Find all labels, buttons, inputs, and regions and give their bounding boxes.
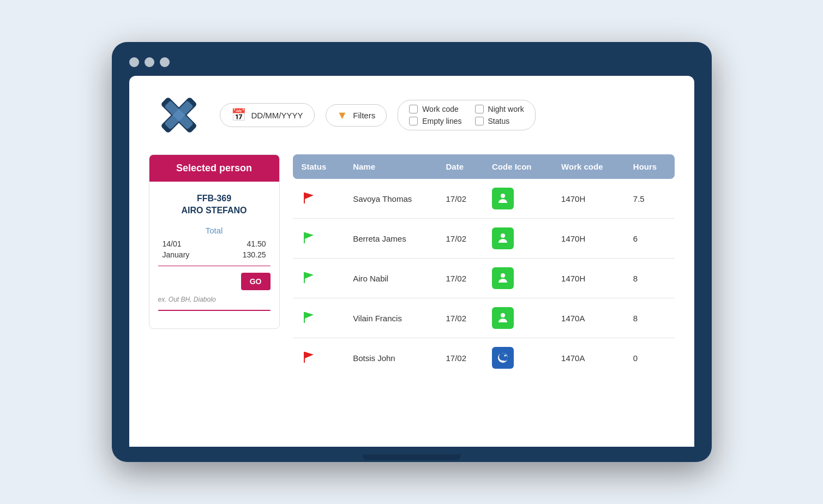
total-label-2: January — [163, 250, 190, 259]
filter-empty-lines[interactable]: Empty lines — [409, 117, 461, 125]
person-name: AIRO STEFANO — [158, 205, 271, 217]
person-icon — [492, 267, 514, 289]
cell-work-code: 1470A — [552, 338, 624, 377]
divider-1 — [158, 266, 271, 267]
table-row[interactable]: Berreta James17/021470H6 — [293, 219, 675, 259]
col-hours: Hours — [624, 154, 675, 179]
col-status: Status — [293, 154, 345, 179]
filter-status-label: Status — [488, 117, 510, 125]
hint-text: ex. Out BH, Diabolo — [158, 296, 271, 303]
person-icon — [492, 188, 514, 209]
filters-button[interactable]: ▼ Filters — [326, 104, 387, 127]
col-code-icon: Code Icon — [483, 154, 552, 179]
cell-work-code: 1470H — [552, 219, 624, 259]
filters-label: Filters — [353, 111, 375, 120]
cell-code-icon — [483, 338, 552, 377]
svg-point-11 — [501, 313, 505, 317]
total-value-1: 41.50 — [247, 239, 266, 248]
svg-point-7 — [501, 233, 505, 238]
selected-person-header: Selected person — [149, 155, 279, 182]
col-work-code: Work code — [552, 154, 624, 179]
svg-point-13 — [504, 355, 506, 357]
window-dot-1 — [129, 57, 139, 67]
cell-work-code: 1470H — [552, 179, 624, 219]
person-code: FFB-369 — [158, 193, 271, 205]
col-name: Name — [344, 154, 437, 179]
cell-name: Savoya Thomas — [344, 179, 437, 219]
filter-work-code[interactable]: Work code — [409, 105, 461, 113]
left-panel-body: FFB-369 AIRO STEFANO Total 14/01 41.50 J… — [149, 182, 279, 328]
svg-marker-8 — [304, 272, 314, 283]
filter-work-code-label: Work code — [422, 105, 459, 113]
filter-night-work[interactable]: Night work — [475, 105, 524, 113]
cell-hours: 7.5 — [624, 179, 675, 219]
cell-status — [293, 298, 345, 338]
go-row: GO — [158, 273, 271, 290]
svg-marker-6 — [304, 232, 314, 243]
total-label-1: 14/01 — [163, 239, 182, 248]
main-content: Selected person FFB-369 AIRO STEFANO Tot… — [149, 154, 675, 377]
cell-date: 17/02 — [437, 179, 483, 219]
window-dot-3 — [160, 57, 170, 67]
cell-date: 17/02 — [437, 338, 483, 377]
screen: 📅 DD/MM/YYYY ▼ Filters Work code Empty — [129, 76, 694, 447]
cell-status — [293, 179, 345, 219]
cell-work-code: 1470H — [552, 259, 624, 298]
laptop-base — [129, 447, 694, 462]
cell-work-code: 1470A — [552, 298, 624, 338]
cell-name: Airo Nabil — [344, 259, 437, 298]
total-value-2: 130.25 — [243, 250, 266, 259]
table-row[interactable]: Savoya Thomas17/021470H7.5 — [293, 179, 675, 219]
cell-hours: 6 — [624, 219, 675, 259]
table-row[interactable]: Botsis John17/021470A0 — [293, 338, 675, 377]
laptop-frame: 📅 DD/MM/YYYY ▼ Filters Work code Empty — [112, 42, 712, 462]
cell-status — [293, 259, 345, 298]
filter-options-panel: Work code Empty lines Night work Status — [398, 100, 536, 130]
totals-section: Total 14/01 41.50 January 130.25 — [158, 226, 271, 259]
person-icon — [492, 307, 514, 329]
cell-hours: 8 — [624, 298, 675, 338]
cell-code-icon — [483, 259, 552, 298]
table-row[interactable]: Airo Nabil17/021470H8 — [293, 259, 675, 298]
svg-marker-12 — [304, 352, 314, 363]
svg-marker-10 — [304, 312, 314, 323]
table-row[interactable]: Vilain Francis17/021470A8 — [293, 298, 675, 338]
totals-label: Total — [158, 226, 271, 235]
cell-name: Vilain Francis — [344, 298, 437, 338]
table-header-row: Status Name Date Code Icon Work code Hou… — [293, 154, 675, 179]
checkbox-status[interactable] — [475, 117, 484, 125]
cell-status — [293, 219, 345, 259]
moon-star-icon — [492, 347, 514, 369]
go-button[interactable]: GO — [241, 273, 271, 290]
filter-status[interactable]: Status — [475, 117, 524, 125]
svg-point-5 — [501, 194, 505, 198]
cell-name: Berreta James — [344, 219, 437, 259]
filter-night-work-label: Night work — [488, 105, 524, 113]
cell-code-icon — [483, 219, 552, 259]
cell-date: 17/02 — [437, 219, 483, 259]
logo — [149, 93, 209, 137]
logo-svg — [154, 96, 203, 134]
cell-hours: 8 — [624, 259, 675, 298]
cell-hours: 0 — [624, 338, 675, 377]
filter-col-left: Work code Empty lines — [409, 105, 461, 125]
checkbox-empty-lines[interactable] — [409, 117, 418, 125]
divider-2 — [158, 310, 271, 311]
selected-person-title: Selected person — [176, 163, 252, 173]
checkbox-work-code[interactable] — [409, 105, 418, 113]
total-row-1: 14/01 41.50 — [158, 239, 271, 248]
top-bar: 📅 DD/MM/YYYY ▼ Filters Work code Empty — [149, 93, 675, 137]
calendar-icon: 📅 — [231, 108, 246, 122]
svg-point-9 — [501, 273, 505, 278]
window-dot-2 — [145, 57, 154, 67]
date-picker[interactable]: 📅 DD/MM/YYYY — [220, 103, 315, 127]
laptop-foot — [363, 454, 461, 460]
records-table: Status Name Date Code Icon Work code Hou… — [293, 154, 675, 377]
titlebar — [129, 57, 694, 67]
checkbox-night-work[interactable] — [475, 105, 484, 113]
cell-date: 17/02 — [437, 298, 483, 338]
col-date: Date — [437, 154, 483, 179]
date-placeholder: DD/MM/YYYY — [251, 111, 303, 120]
cell-code-icon — [483, 179, 552, 219]
cell-code-icon — [483, 298, 552, 338]
